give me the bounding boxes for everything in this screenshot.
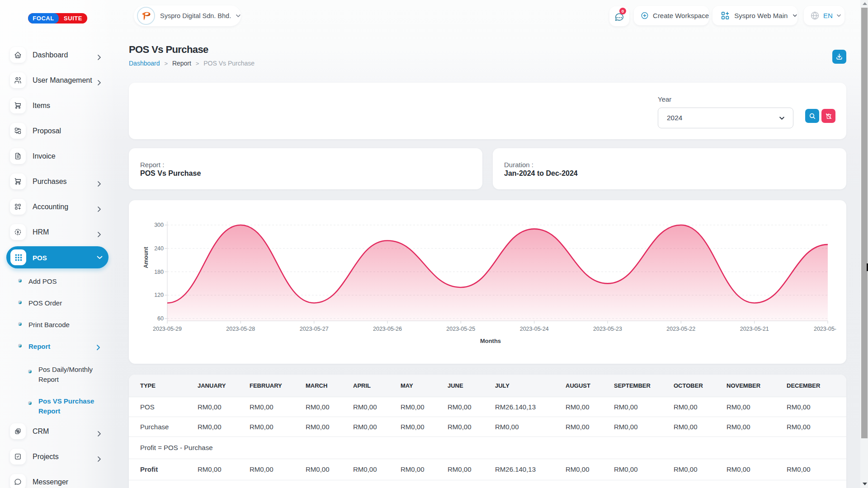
svg-text:2023-05-21: 2023-05-21	[740, 326, 769, 332]
svg-text:2023-05-23: 2023-05-23	[593, 326, 622, 332]
svg-text:2023-05-26: 2023-05-26	[373, 326, 402, 332]
svg-text:2023-05-28: 2023-05-28	[226, 326, 255, 332]
svg-text:60: 60	[157, 315, 164, 322]
svg-text:2023-05-25: 2023-05-25	[446, 326, 475, 332]
svg-text:2023-05-24: 2023-05-24	[520, 326, 549, 332]
svg-text:180: 180	[154, 269, 164, 275]
svg-text:120: 120	[154, 292, 164, 298]
svg-text:2023-05-29: 2023-05-29	[153, 326, 182, 332]
svg-text:300: 300	[154, 222, 164, 228]
svg-text:Months: Months	[480, 338, 501, 344]
svg-text:2023-05-22: 2023-05-22	[666, 326, 695, 332]
svg-text:240: 240	[154, 245, 164, 252]
svg-text:2023-05-27: 2023-05-27	[300, 326, 329, 332]
svg-text:2023-05-: 2023-05-	[814, 326, 836, 332]
svg-text:Amount: Amount	[143, 247, 149, 268]
